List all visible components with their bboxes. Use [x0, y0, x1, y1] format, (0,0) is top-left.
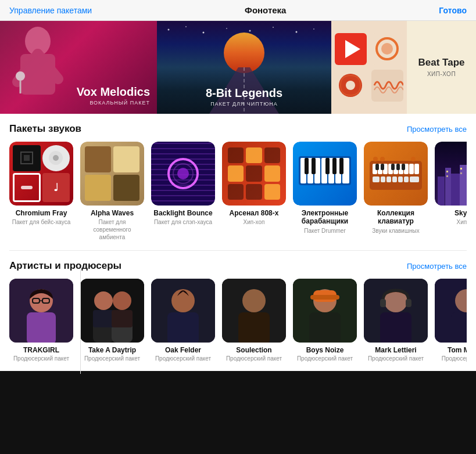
pack-arsenal-808-name: Арсенал 808-х [222, 209, 286, 217]
singer-silhouette [0, 24, 81, 114]
svg-rect-67 [410, 176, 419, 182]
backlight-circle-icon [166, 156, 201, 191]
marklettieri-avatar [364, 279, 428, 343]
artist-trakgirl-photo [9, 279, 73, 343]
pack-keyboard-collection[interactable]: Коллекция клавиатур Звуки клавишных [364, 142, 428, 241]
artist-marklettieri-desc: Продюсерский пакет [364, 355, 428, 362]
pack-backlight-bounce-name: Backlight Bounce [151, 209, 215, 217]
svg-rect-43 [325, 158, 330, 174]
svg-point-68 [373, 157, 378, 161]
svg-point-70 [411, 157, 416, 161]
svg-rect-100 [167, 312, 199, 343]
svg-point-23 [346, 81, 355, 90]
artist-oakfelder-desc: Продюсерский пакет [151, 355, 215, 362]
record-shapes-icon [371, 33, 403, 65]
sound-packs-title: Пакеты звуков [9, 123, 81, 135]
hero-vox-melodics[interactable]: Vox Melodics ВОКАЛЬНЫЙ ПАКЕТ [0, 21, 157, 114]
artist-marklettieri-name: Mark Lettieri [364, 346, 428, 354]
svg-rect-54 [409, 164, 414, 174]
artist-boysnoize-desc: Продюсерский пакет [293, 355, 357, 362]
soulection-avatar [222, 279, 286, 343]
svg-rect-103 [238, 312, 270, 343]
svg-rect-57 [381, 164, 384, 170]
svg-point-31 [177, 168, 189, 179]
hero-beat-tape[interactable]: Beat Tape хип-хоп [407, 21, 476, 114]
artists-grid: TRAKGIRL Продюсерский пакет [9, 279, 467, 366]
hero-2-text-block: 8-Bit Legends ПАКЕТ ДЛЯ ЧИПТЮНА [157, 87, 331, 107]
svg-point-4 [16, 71, 25, 81]
boysnoize-avatar [293, 279, 357, 343]
pack-alpha-waves-desc: Пакет для современного амбиента [80, 218, 144, 241]
manage-packages-button[interactable]: Управление пакетами [9, 6, 92, 15]
artist-takedaytrip-photo [80, 279, 144, 343]
artist-trakgirl-desc: Продюсерский пакет [9, 355, 73, 362]
svg-rect-97 [112, 310, 133, 327]
pack-electronic-drummers-desc: Пакет Drummer [293, 227, 357, 235]
pack-skyline-desc: Хип-а... [435, 218, 467, 226]
pack-electronic-drummers-name: Электронные барабанщики [293, 209, 357, 226]
artist-soulection-desc: Продюсерский пакет [222, 355, 286, 362]
artist-mark-lettieri[interactable]: Mark Lettieri Продюсерский пакет [364, 279, 428, 362]
takedaytrip-avatar [80, 279, 144, 343]
pack-alpha-waves-name: Alpha Waves [80, 209, 144, 217]
artist-soulection[interactable]: Soulection Продюсерский пакет [222, 279, 286, 362]
hero-8bit-legends[interactable]: 8-Bit Legends ПАКЕТ ДЛЯ ЧИПТЮНА [157, 21, 331, 114]
svg-point-13 [273, 27, 274, 28]
artist-take-a-daytrip[interactable]: Take A Daytrip Продюсерский пакет [80, 279, 144, 362]
artists-view-all[interactable]: Просмотреть все [407, 262, 467, 271]
svg-rect-96 [93, 310, 114, 327]
hero-4-subtitle: хип-хоп [418, 71, 465, 77]
svg-rect-24 [371, 70, 403, 102]
svg-point-15 [313, 28, 314, 30]
svg-rect-72 [445, 168, 451, 206]
artist-tom-mi[interactable]: Tom Mi Продюсеро... [435, 279, 467, 362]
artist-oak-felder[interactable]: Oak Felder Продюсерский пакет [151, 279, 215, 362]
svg-rect-61 [373, 176, 380, 182]
pack-alpha-waves[interactable]: Alpha Waves Пакет для современного амбие… [80, 142, 144, 241]
svg-point-8 [168, 29, 170, 31]
sound-packs-header: Пакеты звуков Просмотреть все [9, 123, 467, 135]
done-button[interactable]: Готово [439, 6, 467, 15]
svg-point-102 [242, 289, 266, 312]
artist-trakgirl[interactable]: TRAKGIRL Продюсерский пакет [9, 279, 73, 362]
artists-section: Артисты и продюсеры Просмотреть все [0, 251, 476, 371]
pack-backlight-bounce[interactable]: Backlight Bounce Пакет для слэп-хауса [151, 142, 215, 241]
hero-2-title: 8-Bit Legends [157, 87, 331, 99]
artist-trakgirl-name: TRAKGIRL [9, 346, 73, 354]
svg-point-12 [249, 30, 251, 32]
play-triangle-icon [335, 33, 367, 65]
artist-oakfelder-photo [151, 279, 215, 343]
artist-oakfelder-name: Oak Felder [151, 346, 215, 354]
svg-rect-41 [305, 158, 309, 174]
pack-chromium-fray[interactable]: ♩ Chromium Fray Пакет для бейс-хауса [9, 142, 73, 241]
waveform-icon [371, 70, 403, 102]
svg-point-28 [53, 155, 59, 161]
sound-packs-view-all[interactable]: Просмотреть все [407, 125, 467, 134]
tommi-avatar [435, 279, 467, 343]
svg-rect-56 [375, 164, 379, 170]
svg-rect-82 [460, 172, 462, 174]
svg-point-92 [94, 291, 113, 310]
svg-rect-29 [21, 186, 33, 189]
hero-1-subtitle: ВОКАЛЬНЫЙ ПАКЕТ [77, 100, 150, 106]
svg-rect-79 [446, 171, 448, 172]
svg-rect-55 [414, 164, 419, 174]
svg-point-11 [226, 28, 227, 29]
artist-boys-noize[interactable]: Boys Noize Продюсерский пакет [293, 279, 357, 362]
hero-4-title: Beat Tape [418, 57, 465, 69]
pack-electronic-drummers[interactable]: Электронные барабанщики Пакет Drummer [293, 142, 357, 241]
svg-rect-111 [380, 299, 386, 307]
skyline-buildings-icon [435, 142, 467, 206]
svg-point-14 [296, 31, 298, 33]
top-bar: Управление пакетами Фонотека Готово [0, 0, 476, 21]
pack-arsenal-808[interactable]: Арсенал 808-х Хип-хоп [222, 142, 286, 241]
pack-keyboard-collection-desc: Звуки клавишных [364, 227, 428, 235]
main-content: Пакеты звуков Просмотреть все [0, 114, 476, 371]
svg-point-69 [380, 157, 385, 161]
bottom-black-section [0, 371, 476, 454]
svg-point-94 [113, 291, 131, 310]
pack-skyline[interactable]: Skyline Хип-а... [435, 142, 467, 241]
hero-geometric[interactable] [331, 21, 407, 114]
svg-rect-73 [451, 174, 460, 206]
svg-rect-62 [381, 176, 385, 182]
